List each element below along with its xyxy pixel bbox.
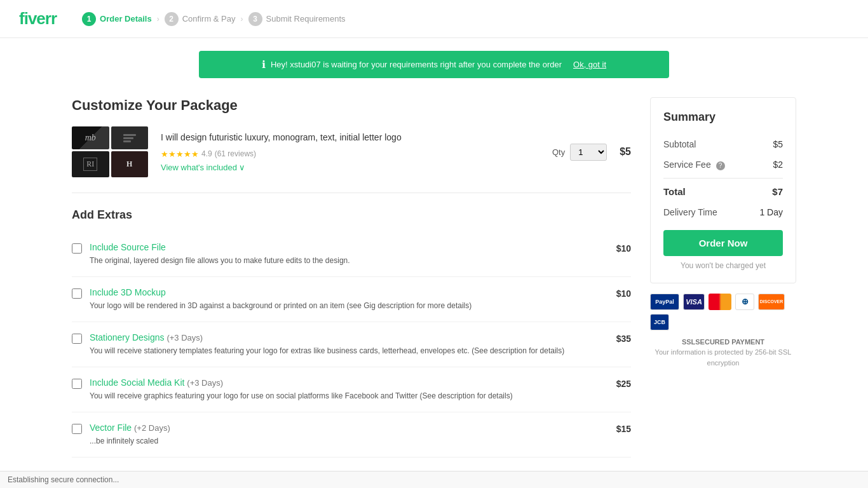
banner-ok-button[interactable]: Ok, got it [573,60,606,69]
total-label: Total [663,186,686,197]
extra-name-3[interactable]: Include Social Media Kit (+3 Days) [90,377,609,388]
extras-list: Include Source File The original, layere… [72,232,631,458]
summary-card: Summary Subtotal $5 Service Fee ? $2 Tot… [650,97,796,283]
extra-desc-2: You will receive stationery templates fe… [90,345,609,356]
product-row: mb RI H I will design futuristic luxury,… [72,126,631,193]
product-img-4: H [111,151,149,177]
rating-value: 4.9 [201,149,212,158]
order-now-button[interactable]: Order Now [663,230,783,256]
delivery-label: Delivery Time [663,207,717,217]
extra-item-3: Include Social Media Kit (+3 Days) You w… [72,367,631,412]
extra-price-1: $10 [616,287,631,299]
extra-item-2: Stationery Designs (+3 Days) You will re… [72,322,631,367]
extra-content-3: Include Social Media Kit (+3 Days) You w… [90,377,609,402]
total-row: Total $7 [663,181,783,202]
extra-price-3: $25 [616,377,631,389]
extra-desc-4: ...be infinitely scaled [90,435,609,447]
checkout-steps: 1 Order Details › 2 Confirm & Pay › 3 Su… [82,12,345,26]
step-3: 3 Submit Requirements [248,12,346,26]
paypal-icon: PayPal [650,294,679,310]
step-arrow-2: › [241,15,243,24]
step-2: 2 Confirm & Pay [165,12,236,26]
extra-desc-1: Your logo will be rendered in 3D against… [90,300,609,311]
banner-message: Hey! xstudi07 is waiting for your requir… [271,60,562,69]
extra-name-0[interactable]: Include Source File [90,242,609,252]
subtotal-row: Subtotal $5 [663,134,783,154]
ssl-text: SSLSECURED PAYMENT Your information is p… [650,337,796,369]
extra-desc-3: You will receive graphics featuring your… [90,390,609,402]
qty-area: Qty 1 2 3 [552,144,607,161]
payment-icons: PayPal VISA ⊕ DISCOVER JCB [650,294,796,330]
extra-content-4: Vector File (+2 Days) ...be infinitely s… [90,423,609,447]
extra-item-1: Include 3D Mockup Your logo will be rend… [72,277,631,322]
chevron-down-icon: ∨ [239,163,245,172]
extra-price-0: $10 [616,242,631,254]
reviews-count: (61 reviews) [215,149,256,158]
info-banner: ℹ Hey! xstudi07 is waiting for your requ… [199,51,669,78]
status-bar: Establishing secure connection... [0,471,868,483]
jcb-icon: JCB [650,314,669,330]
product-images: mb RI H [72,126,148,177]
subtotal-value: $5 [773,139,783,149]
extra-checkbox-4[interactable] [72,424,82,434]
product-title: I will design futuristic luxury, monogra… [161,132,539,144]
step-2-circle: 2 [165,12,179,26]
summary-divider [663,178,783,179]
extra-item-4: Vector File (+2 Days) ...be infinitely s… [72,412,631,458]
delivery-value: 1 Day [759,207,783,217]
subtotal-label: Subtotal [663,139,696,149]
qty-label: Qty [552,147,565,157]
extra-content-2: Stationery Designs (+3 Days) You will re… [90,332,609,356]
diners-icon: ⊕ [735,294,754,310]
rating-row: ★★★★★ 4.9 (61 reviews) [161,149,539,159]
view-included-link[interactable]: View what's included ∨ [161,163,245,172]
step-2-label: Confirm & Pay [182,14,236,24]
extra-content-1: Include 3D Mockup Your logo will be rend… [90,287,609,311]
discover-icon: DISCOVER [758,294,785,310]
info-icon: ℹ [262,58,266,71]
step-3-circle: 3 [248,12,262,26]
bars-icon [123,134,136,142]
extra-checkbox-3[interactable] [72,379,82,389]
no-charge-text: You won't be charged yet [663,261,783,270]
product-price: $5 [620,146,631,158]
extra-checkbox-1[interactable] [72,288,82,299]
step-arrow-1: › [157,15,159,24]
extra-price-2: $35 [616,332,631,344]
content-area: Customize Your Package mb RI H [72,91,631,458]
service-fee-row: Service Fee ? $2 [663,154,783,175]
step-1: 1 Order Details [82,12,152,26]
extra-item-0: Include Source File The original, layere… [72,232,631,277]
extra-name-1[interactable]: Include 3D Mockup [90,287,609,297]
service-fee-label: Service Fee ? [663,159,725,170]
summary-title: Summary [663,111,783,124]
mastercard-icon [709,294,731,310]
delivery-row: Delivery Time 1 Day [663,202,783,222]
main-container: Customize Your Package mb RI H [53,91,815,483]
status-message: Establishing secure connection... [8,475,119,483]
extras-title: Add Extras [72,208,631,222]
step-1-circle: 1 [82,12,96,26]
product-details: I will design futuristic luxury, monogra… [161,132,539,172]
visa-icon: VISA [683,294,705,310]
ssl-secure-label: SSLSECURED PAYMENT [650,337,796,348]
ssl-info: Your information is protected by 256-bit… [650,347,796,368]
service-fee-value: $2 [773,159,783,170]
extra-desc-0: The original, layered design file allows… [90,255,609,266]
extra-checkbox-2[interactable] [72,334,82,344]
step-1-label: Order Details [100,14,152,24]
product-img-3: RI [72,151,109,177]
total-value: $7 [772,186,783,197]
sidebar: Summary Subtotal $5 Service Fee ? $2 Tot… [650,91,796,458]
service-fee-help-icon[interactable]: ? [716,161,725,170]
fiverr-logo[interactable]: fiverr [19,9,57,29]
header: fiverr 1 Order Details › 2 Confirm & Pay… [0,0,868,38]
extra-name-4[interactable]: Vector File (+2 Days) [90,423,609,433]
product-img-1: mb [72,126,109,149]
qty-select[interactable]: 1 2 3 [570,144,607,161]
extra-checkbox-0[interactable] [72,243,82,254]
extra-price-4: $15 [616,423,631,434]
step-3-label: Submit Requirements [266,14,346,24]
extra-name-2[interactable]: Stationery Designs (+3 Days) [90,332,609,342]
page-title: Customize Your Package [72,97,631,114]
